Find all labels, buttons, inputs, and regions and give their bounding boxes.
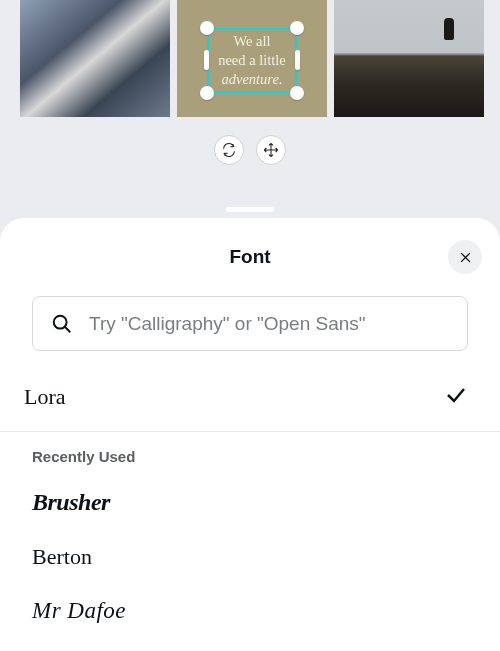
search-icon (51, 313, 73, 335)
sheet-drag-handle[interactable] (226, 207, 274, 212)
search-wrap (0, 296, 500, 369)
font-row-brusher[interactable]: Brusher (0, 475, 500, 530)
resize-handle-left[interactable] (204, 50, 209, 70)
font-row-berton[interactable]: Berton (0, 530, 500, 584)
font-label-lora: Lora (24, 384, 66, 410)
canvas-toolbar (0, 125, 500, 175)
font-sheet: Font Lora Recently Used Brusher Berton M… (0, 218, 500, 651)
section-recently-used: Recently Used (0, 432, 500, 475)
text-content: We all need a little adventure. (218, 32, 286, 89)
close-button[interactable] (448, 240, 482, 274)
search-box[interactable] (32, 296, 468, 351)
text-line-1: We all (233, 33, 270, 49)
check-icon (444, 383, 468, 411)
text-line-2: need a little (218, 52, 286, 68)
selected-text-box[interactable]: We all need a little adventure. (207, 28, 297, 93)
canvas-page-left[interactable] (20, 0, 170, 117)
silhouette (444, 18, 454, 40)
rotate-icon (221, 142, 237, 158)
canvas-page-right[interactable] (334, 0, 484, 117)
move-icon (263, 142, 279, 158)
sheet-title: Font (229, 246, 270, 268)
rotate-button[interactable] (214, 135, 244, 165)
resize-handle-right[interactable] (295, 50, 300, 70)
font-label-mrdafoe: Mr Dafoe (32, 598, 126, 624)
resize-handle-bl[interactable] (200, 86, 214, 100)
resize-handle-br[interactable] (290, 86, 304, 100)
sheet-header: Font (0, 218, 500, 296)
canvas-area: We all need a little adventure. (0, 0, 500, 125)
move-button[interactable] (256, 135, 286, 165)
canvas-page-center[interactable]: We all need a little adventure. (177, 0, 327, 117)
text-line-3: adventure. (221, 71, 282, 87)
close-icon (458, 250, 473, 265)
font-row-mrdafoe[interactable]: Mr Dafoe (0, 584, 500, 638)
font-label-berton: Berton (32, 544, 92, 570)
svg-point-0 (54, 315, 67, 328)
selection-border (207, 28, 297, 30)
resize-handle-tl[interactable] (200, 21, 214, 35)
resize-handle-tr[interactable] (290, 21, 304, 35)
font-label-brusher: Brusher (32, 489, 110, 516)
search-input[interactable] (89, 313, 449, 335)
selection-border (207, 91, 297, 93)
font-row-selected[interactable]: Lora (0, 369, 500, 432)
